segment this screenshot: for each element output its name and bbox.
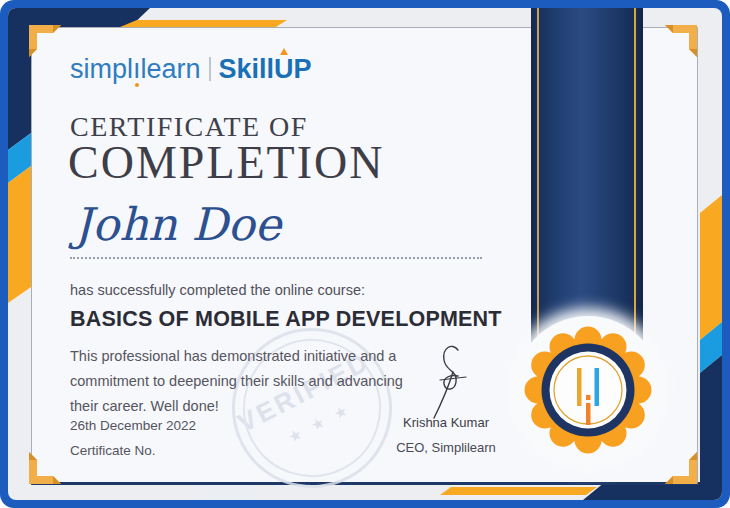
logo-divider (209, 57, 211, 81)
logo-i-dot-icon (135, 83, 139, 87)
logo-i: ı (133, 54, 141, 84)
corner-ornament-bottom-left (29, 452, 61, 484)
logo-simpl: simpl (70, 54, 133, 84)
corner-ornament-top-right (665, 25, 697, 57)
description-line-1: This professional has demonstrated initi… (70, 344, 403, 369)
signature-icon (406, 344, 496, 426)
medal-badge-icon (518, 320, 658, 460)
certificate-no-label: Certificate No. (70, 443, 156, 458)
corner-ornament-top-left (29, 25, 61, 57)
description-paragraph: This professional has demonstrated initi… (70, 344, 403, 419)
logo-skill: Skill (219, 54, 275, 84)
ribbon-gold-pinstripe-right (634, 8, 636, 352)
logo-learn: learn (141, 54, 201, 84)
logo-p: P (294, 54, 312, 84)
description-line-3: their career. Well done! (70, 394, 403, 419)
recipient-name: John Doe (74, 198, 281, 251)
certificate-mat: VERIFIED ★ ★ ★ simplılearnSkillUP CERTIF… (8, 8, 722, 500)
signer-title: CEO, Simplilearn (366, 440, 526, 455)
corner-ornament-bottom-right (665, 452, 697, 484)
course-title: BASICS OF MOBILE APP DEVELOPMENT (70, 307, 502, 332)
completion-heading: COMPLETION (68, 136, 384, 189)
name-dotted-underline (70, 257, 482, 259)
logo-u: U (274, 54, 294, 84)
ribbon-gold-pinstripe-left (537, 8, 539, 352)
logo-up-arrow-icon (280, 48, 288, 55)
simplilearn-skillup-logo: simplılearnSkillUP (70, 54, 312, 84)
subtitle-text: has successfully completed the online co… (70, 282, 365, 298)
signer-name: Krishna Kumar (366, 415, 526, 430)
description-line-2: commitment to deepening their skills and… (70, 369, 403, 394)
certificate: VERIFIED ★ ★ ★ simplılearnSkillUP CERTIF… (0, 0, 730, 508)
ribbon (531, 8, 643, 352)
issue-date: 26th December 2022 (70, 418, 196, 433)
